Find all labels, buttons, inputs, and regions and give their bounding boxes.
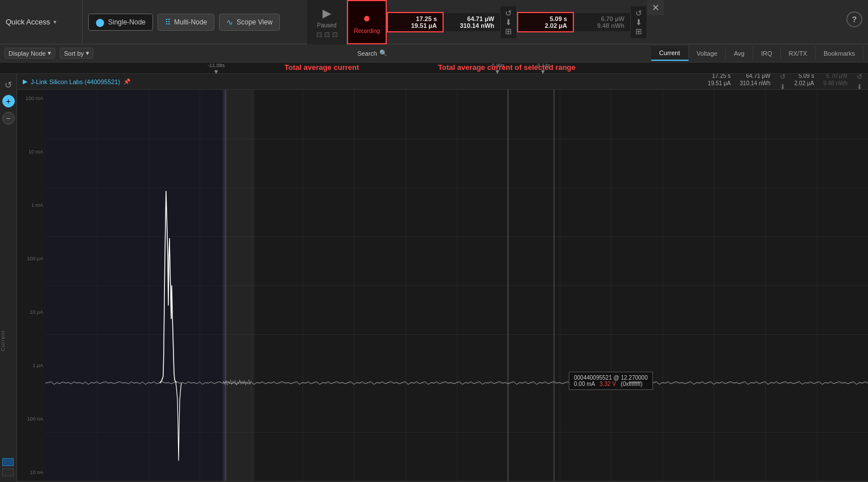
total-power-value: 64.71 μW [467, 15, 494, 22]
play-label: Paused [317, 22, 337, 28]
svg-rect-1 [222, 90, 254, 481]
header-sel-time-val: 5.09 s [799, 74, 814, 79]
expand-icon[interactable]: ⊞ [505, 27, 512, 36]
chart-header: ▶ J-Link Silicon Labs (440095521) 📌 17.2… [17, 74, 868, 90]
single-node-button[interactable]: ⬤ Single-Node [88, 14, 153, 31]
play-icon: ▶ [323, 6, 331, 20]
tooltip-current: 0.00 mA [574, 381, 595, 387]
chart-device-name: J-Link Silicon Labs (440095521) [31, 78, 120, 85]
total-current-panel: 17.25 s 19.51 μA [387, 12, 444, 32]
bottom-icon-1[interactable] [2, 458, 14, 466]
waveform-svg [46, 90, 868, 481]
selected-current-row: 2.02 μA [524, 22, 567, 29]
multi-node-icon: ⠿ [165, 18, 171, 27]
quick-access-chevron-icon: ▾ [53, 19, 56, 25]
svg-rect-0 [46, 90, 222, 481]
annotation-marker-1: -11.08s ▼ [208, 63, 225, 75]
header-icon-col1: ↺ ⬇ [780, 74, 786, 91]
play-sub-icon2: ⊡ [324, 31, 330, 39]
quick-access-section[interactable]: Quick Access ▾ [0, 0, 82, 44]
left-sidebar: ↺ + − Current [0, 74, 17, 482]
scope-view-icon: ∿ [226, 18, 233, 27]
sort-by-dropdown[interactable]: Sort by ▾ [60, 48, 93, 59]
header-power-val: 64.71 μW [746, 74, 770, 79]
header-sel-current-val: 2.02 μA [795, 80, 815, 86]
total-time-row: 17.25 s [394, 15, 437, 22]
y-label-100ua: 100 μA [19, 256, 43, 261]
header-current-val: 19.51 μA [708, 80, 730, 86]
annotation-time-1: -11.08s [208, 63, 225, 68]
multi-node-button[interactable]: ⠿ Multi-Node [158, 14, 214, 31]
y-label-100na: 100 nA [19, 416, 43, 422]
tab-current[interactable]: Current [651, 46, 689, 61]
selected-current-panel: 5.09 s 2.02 μA [517, 12, 574, 32]
scope-view-button[interactable]: ∿ Scope View [219, 14, 280, 31]
sort-by-label: Sort by [64, 50, 84, 57]
download2-icon[interactable]: ⬇ [635, 18, 642, 27]
total-avg-label: Total average current [284, 63, 359, 72]
tab-rxtx[interactable]: RX/TX [781, 47, 816, 60]
close-stats-button[interactable]: ✕ [647, 0, 664, 15]
chart-device-title: ▶ J-Link Silicon Labs (440095521) 📌 [23, 78, 130, 85]
chart-body[interactable]: 100 mA 10 mA 1 mA 100 μA 10 μA 1 μA 100 … [17, 90, 868, 481]
top-toolbar: Quick Access ▾ ⬤ Single-Node ⠿ Multi-Nod… [0, 0, 868, 44]
header-reset2-icon[interactable]: ↺ [857, 74, 862, 81]
annotation-bar: -11.08s ▼ -5.99s ▼ -5.14s ▼ Total averag… [0, 63, 868, 74]
quick-access-label: Quick Access [6, 18, 50, 26]
display-node-label: Display Node [9, 50, 46, 57]
help-button[interactable]: ? [846, 11, 862, 27]
header-charge-val: 310.14 nWh [740, 80, 771, 86]
selected-charge-value: 9.48 nWh [597, 22, 625, 29]
expand2-icon[interactable]: ⊞ [635, 27, 642, 36]
scope-view-label: Scope View [237, 18, 272, 26]
header-stat-col3: 5.09 s 2.02 μA [795, 74, 815, 91]
selected-power-row: 6.70 μW [580, 15, 625, 22]
selected-power-panel: 6.70 μW 9.48 nWh [574, 13, 631, 31]
y-label-100ma: 100 mA [19, 95, 43, 101]
play-sub-icons: ⊡ ⊡ ⊡ [316, 31, 338, 39]
tab-irq[interactable]: IRQ [753, 47, 781, 60]
total-power-row: 64.71 μW [449, 15, 494, 22]
header-reset-icon[interactable]: ↺ [780, 74, 786, 81]
tab-voltage[interactable]: Voltage [689, 47, 726, 60]
main-area: ↺ + − Current ▶ J-Link Silicon Labs (440… [0, 74, 868, 482]
header-stat-col1: 17.25 s 19.51 μA [708, 74, 730, 91]
chart-header-stats: 17.25 s 19.51 μA 64.71 μW 310.14 nWh ↺ ⬇… [708, 74, 862, 91]
bottom-left-icons [2, 458, 14, 476]
bottom-icon-2[interactable] [2, 468, 14, 476]
view-mode-buttons: ⬤ Single-Node ⠿ Multi-Node ∿ Scope View [82, 14, 286, 31]
selected-charge-row: 9.48 nWh [580, 22, 625, 29]
total-avg-range-label: Total average current of selected range [438, 63, 576, 72]
tooltip-voltage: 3.32 V [600, 381, 616, 387]
selected-time-row: 5.09 s [524, 15, 567, 22]
zoom-out-button[interactable]: − [2, 112, 15, 124]
play-sub-icon3: ⊡ [332, 31, 338, 39]
header-sel-charge-val: 9.48 nWh [823, 80, 848, 86]
y-label-1ua: 1 μA [19, 363, 43, 368]
record-icon: ● [363, 11, 370, 26]
search-icon[interactable]: 🔍 [379, 49, 387, 57]
download-icon[interactable]: ⬇ [505, 18, 512, 27]
header-stat-col4: 6.70 μW 9.48 nWh [823, 74, 848, 91]
total-charge-value: 310.14 nWh [460, 22, 494, 29]
selected-power-value: 6.70 μW [601, 15, 625, 22]
y-label-10na: 10 nA [19, 469, 43, 475]
play-pause-button[interactable]: ▶ Paused ⊡ ⊡ ⊡ [307, 0, 347, 44]
reset2-icon[interactable]: ↺ [635, 9, 642, 18]
zoom-in-button[interactable]: + [2, 95, 15, 107]
zoom-fit-icon[interactable]: ↺ [5, 80, 12, 90]
tooltip-measurements: 0.00 mA 3.32 V (0xffffffff) [574, 381, 648, 387]
total-current-value: 19.51 μA [411, 22, 437, 29]
current-axis-label: Current [0, 330, 6, 351]
display-node-dropdown[interactable]: Display Node ▾ [5, 48, 55, 59]
tab-avg[interactable]: Avg [726, 47, 753, 60]
reset-icon[interactable]: ↺ [505, 9, 512, 18]
record-button[interactable]: ● Recording [347, 0, 387, 44]
single-node-icon: ⬤ [96, 18, 105, 27]
chart-container: ▶ J-Link Silicon Labs (440095521) 📌 17.2… [17, 74, 868, 482]
multi-node-label: Multi-Node [174, 18, 207, 26]
header-sel-power-val: 6.70 μW [826, 74, 848, 79]
tab-bookmarks[interactable]: Bookmarks [816, 47, 863, 60]
y-label-1ma: 1 mA [19, 202, 43, 208]
stats-icon-panel: ↺ ⬇ ⊞ [501, 6, 517, 38]
